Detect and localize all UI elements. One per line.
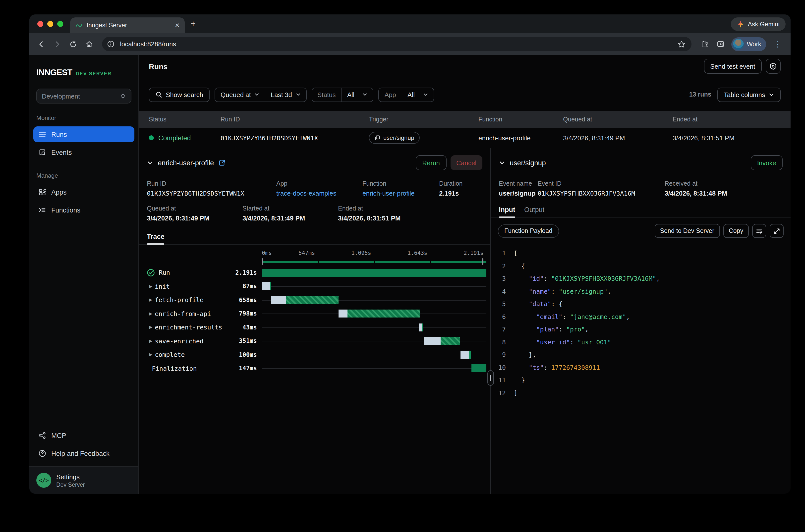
forward-button[interactable] xyxy=(50,37,64,51)
trigger-pill[interactable]: user/signup xyxy=(369,132,420,144)
sidebar-item-apps[interactable]: Apps xyxy=(33,184,134,200)
function-link[interactable]: enrich-user-profile xyxy=(362,190,439,197)
axis-tick-label: 1.095s xyxy=(352,250,371,256)
close-window-button[interactable] xyxy=(37,21,43,27)
zoom-window-button[interactable] xyxy=(57,21,63,27)
time-field-dropdown[interactable]: Queued at xyxy=(215,88,265,101)
sidebar-item-runs[interactable]: Runs xyxy=(33,127,134,142)
queued-at-value: 3/4/2026, 8:31:49 PM xyxy=(147,214,242,222)
trace-minimap[interactable] xyxy=(262,258,486,266)
chevron-down-icon xyxy=(769,92,774,97)
tab-input[interactable]: Input xyxy=(499,206,515,217)
side-panel-search-icon[interactable] xyxy=(713,37,727,51)
sidebar-settings[interactable]: </> Settings Dev Server xyxy=(30,466,138,494)
line-number: 11 xyxy=(495,374,506,386)
trace-row-enrichment-results[interactable]: ▶enrichment-results43ms xyxy=(147,321,486,334)
run-id-cell: 01KJXSYPZYB6TH2DSDSYETWN1X xyxy=(221,134,369,141)
collapse-chevron-icon[interactable] xyxy=(499,159,505,166)
event-detail-panel: user/signup Invoke Event name user/signu… xyxy=(490,148,790,494)
ask-gemini-button[interactable]: Ask Gemini xyxy=(731,17,786,31)
function-label: Function xyxy=(362,180,439,187)
trace-step-duration: 2.191s xyxy=(235,269,262,276)
sidebar-item-events[interactable]: Events xyxy=(33,144,134,160)
run-detail-split: enrich-user-profile Rerun Cancel xyxy=(139,148,790,494)
trace-row-fetch-profile[interactable]: ▶fetch-profile658ms xyxy=(147,293,486,307)
apps-icon xyxy=(38,188,46,196)
sidebar-item-label: Help and Feedback xyxy=(51,450,110,457)
minimize-window-button[interactable] xyxy=(47,21,53,27)
reload-button[interactable] xyxy=(66,37,80,51)
bookmark-star-icon[interactable] xyxy=(675,37,689,51)
trace-bar xyxy=(339,310,420,318)
page-title: Runs xyxy=(149,62,168,71)
event-id-value: 01KJXSYPSFHBXX03GRJFV3A16M xyxy=(538,190,664,197)
expand-caret-icon[interactable]: ▶ xyxy=(147,325,155,330)
new-tab-button[interactable]: + xyxy=(191,19,195,29)
expand-caret-icon[interactable]: ▶ xyxy=(147,284,155,289)
trace-row-finalization[interactable]: Finalization147ms xyxy=(147,362,486,375)
sidebar-item-mcp[interactable]: MCP xyxy=(33,428,134,443)
inngest-logo: INNGEST DEV SERVER xyxy=(36,68,131,78)
expand-caret-icon[interactable]: ▶ xyxy=(147,339,155,343)
back-button[interactable] xyxy=(34,37,48,51)
app-link[interactable]: trace-docs-examples xyxy=(276,190,362,197)
home-button[interactable] xyxy=(82,37,96,51)
time-range-dropdown[interactable]: Last 3d xyxy=(265,88,306,101)
expand-button[interactable] xyxy=(770,224,784,238)
rerun-button[interactable]: Rerun xyxy=(416,155,446,170)
url-text: localhost:8288/runs xyxy=(120,40,176,48)
word-wrap-button[interactable] xyxy=(752,224,766,238)
function-cell: enrich-user-profile xyxy=(479,134,563,141)
browser-tab[interactable]: Inngest Server ✕ xyxy=(70,17,185,33)
browser-tab-strip: Inngest Server ✕ + Ask Gemini xyxy=(30,15,790,33)
table-row[interactable]: Completed 01KJXSYPZYB6TH2DSDSYETWN1X use… xyxy=(139,128,790,148)
event-id-label: Event ID xyxy=(538,180,664,187)
external-link-icon[interactable] xyxy=(219,159,226,166)
function-payload-pill[interactable]: Function Payload xyxy=(498,224,559,238)
extensions-icon[interactable] xyxy=(697,37,711,51)
duration-label: Duration xyxy=(439,180,482,187)
environment-select[interactable]: Development xyxy=(36,89,131,103)
ended-at-label: Ended at xyxy=(338,205,482,212)
app-filter-dropdown[interactable]: All xyxy=(401,88,433,101)
app-label: App xyxy=(276,180,362,187)
show-search-button[interactable]: Show search xyxy=(149,87,210,102)
trace-row-enrich-from-api[interactable]: ▶enrich-from-api798ms xyxy=(147,307,486,321)
send-test-event-button[interactable]: Send test event xyxy=(704,59,762,74)
table-columns-button[interactable]: Table columns xyxy=(717,87,781,102)
url-bar[interactable]: localhost:8288/runs xyxy=(102,37,692,51)
tab-close-icon[interactable]: ✕ xyxy=(175,22,180,29)
trace-rows: Run2.191s▶init87ms▶fetch-profile658ms▶en… xyxy=(147,266,486,375)
show-search-label: Show search xyxy=(166,91,203,98)
trace-row-init[interactable]: ▶init87ms xyxy=(147,280,486,293)
site-info-icon[interactable] xyxy=(105,39,116,50)
functions-icon xyxy=(38,206,46,214)
window-controls[interactable] xyxy=(30,21,70,27)
tab-output[interactable]: Output xyxy=(524,206,544,217)
browser-menu-icon[interactable]: ⋮ xyxy=(770,40,786,49)
settings-gear-button[interactable] xyxy=(766,59,781,74)
trace-row-complete[interactable]: ▶complete100ms xyxy=(147,348,486,362)
cancel-button[interactable]: Cancel xyxy=(450,155,482,170)
sidebar-item-help[interactable]: Help and Feedback xyxy=(33,445,134,461)
expand-caret-icon[interactable]: ▶ xyxy=(147,353,155,357)
copy-button[interactable]: Copy xyxy=(723,224,749,238)
trace-row-save-enriched[interactable]: ▶save-enriched351ms xyxy=(147,334,486,348)
expand-caret-icon[interactable]: ▶ xyxy=(147,298,155,302)
panel-resize-handle[interactable] xyxy=(487,370,494,386)
send-to-dev-server-button[interactable]: Send to Dev Server xyxy=(654,224,719,238)
sidebar-item-functions[interactable]: Functions xyxy=(33,202,134,218)
environment-value: Development xyxy=(42,92,80,100)
collapse-chevron-icon[interactable] xyxy=(147,159,153,166)
trace-step-name: fetch-profile xyxy=(155,296,204,304)
tab-trace[interactable]: Trace xyxy=(147,233,165,244)
trace-row-run[interactable]: Run2.191s xyxy=(147,266,486,280)
browser-profile-button[interactable]: Work xyxy=(731,37,766,51)
status-filter-dropdown[interactable]: All xyxy=(341,88,373,101)
line-number: 10 xyxy=(495,361,506,374)
ended-at-cell: 3/4/2026, 8:31:51 PM xyxy=(673,134,790,141)
invoke-button[interactable]: Invoke xyxy=(750,155,783,170)
expand-caret-icon[interactable]: ▶ xyxy=(147,311,155,316)
sidebar-item-label: Runs xyxy=(51,131,67,138)
trace-step-duration: 798ms xyxy=(239,310,262,317)
